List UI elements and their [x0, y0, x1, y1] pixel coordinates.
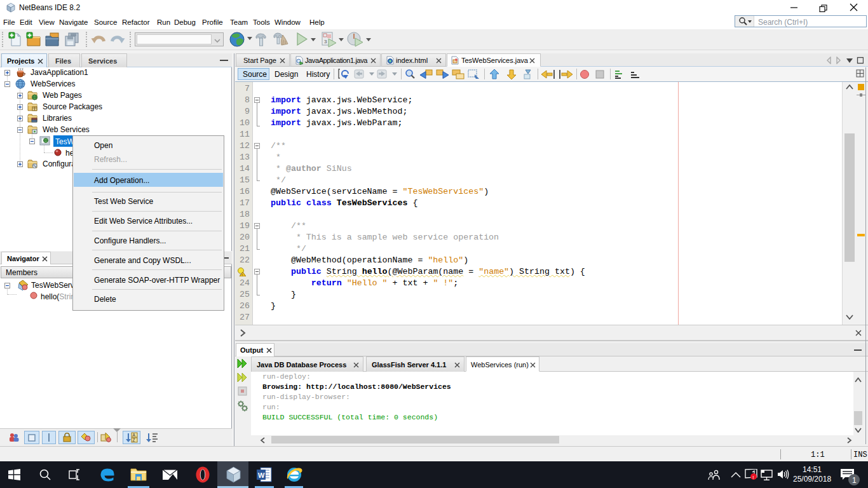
svg-text:1: 1	[852, 476, 857, 485]
svg-text:!: !	[752, 475, 754, 480]
svg-text:A: A	[133, 433, 136, 437]
svg-text:Z: Z	[133, 438, 135, 442]
svg-text:3: 3	[324, 39, 327, 44]
svg-text:W: W	[258, 471, 265, 479]
